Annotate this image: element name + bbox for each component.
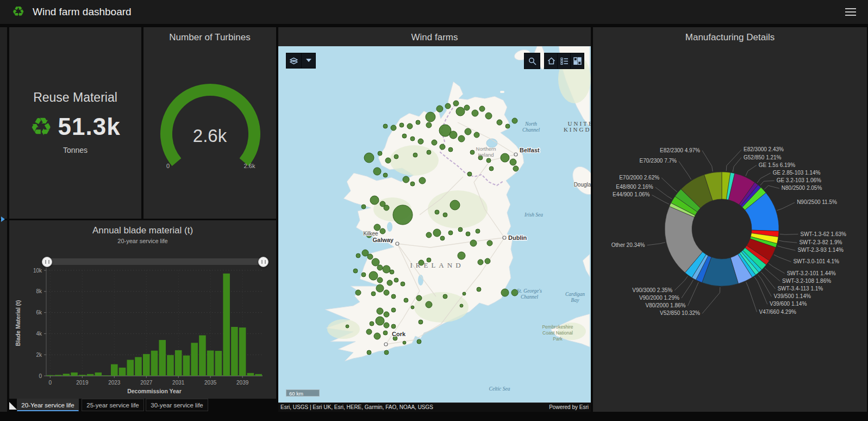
wind-farm-bubble[interactable] xyxy=(393,205,413,225)
wind-farm-bubble[interactable] xyxy=(436,106,443,112)
wind-farm-bubble[interactable] xyxy=(401,282,405,286)
wind-farm-bubble[interactable] xyxy=(501,153,509,162)
wind-farm-bubble[interactable] xyxy=(364,153,374,163)
wind-farm-bubble[interactable] xyxy=(417,339,421,344)
wind-farm-bubble[interactable] xyxy=(370,321,374,326)
wind-farm-bubble[interactable] xyxy=(426,301,432,308)
wind-farm-bubble[interactable] xyxy=(501,289,509,296)
wind-farm-bubble[interactable] xyxy=(403,176,409,183)
wind-farm-bubble[interactable] xyxy=(467,172,472,176)
wind-farm-bubble[interactable] xyxy=(470,240,477,246)
wind-farm-bubble[interactable] xyxy=(413,153,417,157)
wind-farm-bubble[interactable] xyxy=(448,147,453,152)
wind-farm-bubble[interactable] xyxy=(372,258,379,266)
wind-farm-bubble[interactable] xyxy=(427,150,431,154)
bar-2040[interactable] xyxy=(247,373,254,376)
wind-farm-bubble[interactable] xyxy=(477,287,481,292)
bar-2034[interactable] xyxy=(199,336,206,376)
wind-farm-bubble[interactable] xyxy=(410,137,415,141)
wind-farm-bubble[interactable] xyxy=(367,254,373,259)
wind-farm-bubble[interactable] xyxy=(465,128,471,135)
wind-farm-bubble[interactable] xyxy=(485,113,492,119)
wind-farm-bubble[interactable] xyxy=(383,124,388,128)
wind-farm-bubble[interactable] xyxy=(371,292,376,296)
wind-farm-bubble[interactable] xyxy=(384,205,389,210)
wind-farm-bubble[interactable] xyxy=(410,182,415,186)
wind-farm-bubble[interactable] xyxy=(376,284,384,292)
wind-farm-bubble[interactable] xyxy=(505,124,510,128)
bar-0[interactable] xyxy=(47,375,54,376)
basemap-gallery-button[interactable] xyxy=(570,53,584,69)
wind-farm-bubble[interactable] xyxy=(497,120,502,125)
wind-farm-bubble[interactable] xyxy=(458,252,465,259)
legend-button[interactable] xyxy=(557,53,571,69)
basemap-dropdown-button[interactable] xyxy=(301,53,316,69)
wind-farm-bubble[interactable] xyxy=(404,298,408,302)
wind-farm-bubble[interactable] xyxy=(394,278,398,282)
wind-farm-bubble[interactable] xyxy=(377,277,383,283)
tab-25-year-service-life[interactable]: 25-year service life xyxy=(82,399,144,411)
home-button[interactable] xyxy=(544,53,558,69)
bar-2016[interactable] xyxy=(55,375,62,376)
bar-2024[interactable] xyxy=(119,368,126,376)
wind-farm-bubble[interactable] xyxy=(355,290,361,295)
wind-farm-bubble[interactable] xyxy=(384,312,389,317)
bar-2021[interactable] xyxy=(95,373,102,376)
wind-farm-bubble[interactable] xyxy=(374,333,380,339)
bar-2037[interactable] xyxy=(223,274,230,376)
wind-farm-bubble[interactable] xyxy=(432,140,437,145)
wind-farm-bubble[interactable] xyxy=(440,236,445,240)
bar-2032[interactable] xyxy=(183,356,190,376)
bar-2033[interactable] xyxy=(191,343,198,376)
bar-2017[interactable] xyxy=(63,374,70,376)
wind-farm-bubble[interactable] xyxy=(513,166,519,171)
wind-farm-bubble[interactable] xyxy=(387,280,392,286)
wind-farm-bubble[interactable] xyxy=(391,294,396,299)
wind-farm-bubble[interactable] xyxy=(377,308,383,314)
wind-farm-bubble[interactable] xyxy=(391,125,396,131)
powered-by-esri[interactable]: Powered by Esri xyxy=(549,403,589,412)
wind-farm-bubble[interactable] xyxy=(466,232,470,236)
wind-farm-bubble[interactable] xyxy=(394,154,398,159)
wind-farm-bubble[interactable] xyxy=(463,292,466,295)
wind-farm-bubble[interactable] xyxy=(353,269,358,273)
wind-farm-bubble[interactable] xyxy=(445,103,451,109)
wind-farm-bubble[interactable] xyxy=(383,265,390,273)
wind-farm-bubble[interactable] xyxy=(366,329,372,335)
wind-farm-bubble[interactable] xyxy=(411,306,414,309)
wind-farm-bubble[interactable] xyxy=(369,271,378,280)
bar-2038[interactable] xyxy=(231,327,238,376)
wind-farm-bubble[interactable] xyxy=(391,308,396,312)
wind-farm-bubble[interactable] xyxy=(373,168,381,175)
bar-2023[interactable] xyxy=(111,364,118,376)
panel-expander-chevron-right-icon[interactable] xyxy=(1,216,5,222)
wind-farm-bubble[interactable] xyxy=(487,240,492,246)
bar-2027[interactable] xyxy=(143,354,150,376)
wind-farm-bubble[interactable] xyxy=(458,135,465,142)
wind-farm-bubble[interactable] xyxy=(512,118,517,123)
wind-farm-bubble[interactable] xyxy=(453,101,459,106)
wind-farm-bubble[interactable] xyxy=(361,273,366,277)
wind-farm-bubble[interactable] xyxy=(460,304,463,307)
basemap-button[interactable] xyxy=(286,53,302,69)
wind-farm-bubble[interactable] xyxy=(464,105,470,110)
wind-farm-bubble[interactable] xyxy=(391,324,396,329)
wind-farm-bubble[interactable] xyxy=(426,112,435,122)
wind-farm-bubble[interactable] xyxy=(443,213,447,217)
bar-2019[interactable] xyxy=(79,375,86,376)
wind-farm-bubble[interactable] xyxy=(435,210,439,214)
bar-2030[interactable] xyxy=(167,355,174,376)
bar-2026[interactable] xyxy=(135,357,142,376)
wind-farm-bubble[interactable] xyxy=(367,350,371,355)
wind-farm-bubble[interactable] xyxy=(356,253,360,258)
wind-farm-bubble[interactable] xyxy=(390,270,394,274)
wind-farm-bubble[interactable] xyxy=(478,259,483,265)
wind-farm-bubble[interactable] xyxy=(456,107,465,116)
wind-farm-bubble[interactable] xyxy=(416,295,422,301)
wind-farm-bubble[interactable] xyxy=(407,123,413,129)
wind-farm-bubble[interactable] xyxy=(418,139,423,144)
bar-2035[interactable] xyxy=(207,350,214,376)
wind-farm-bubble[interactable] xyxy=(510,159,516,165)
wind-farm-bubble[interactable] xyxy=(479,106,485,112)
wind-farm-bubble[interactable] xyxy=(380,228,385,234)
